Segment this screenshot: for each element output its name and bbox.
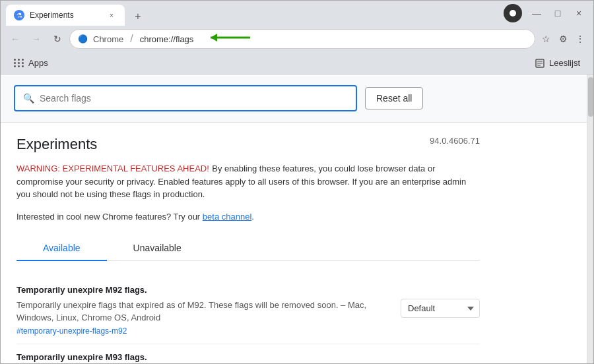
tab-available[interactable]: Available — [16, 236, 107, 261]
reset-all-button[interactable]: Reset all — [365, 87, 423, 109]
apps-button[interactable]: Apps — [9, 55, 53, 71]
tab-area: Experiments × + — [6, 1, 147, 26]
experiments-content: Experiments 94.0.4606.71 WARNING: EXPERI… — [1, 123, 496, 363]
tabs-bar: Available Unavailable — [16, 236, 480, 261]
record-button[interactable] — [504, 4, 522, 22]
record-dot — [510, 10, 516, 16]
flag-title-m93: Temporarily unexpire M93 flags. — [16, 352, 480, 362]
apps-grid-icon — [14, 59, 24, 67]
warning-box: WARNING: EXPERIMENTAL FEATURES AHEAD! By… — [16, 162, 480, 201]
page-content: 🔍 Reset all Experiments 94.0.4606.71 WAR… — [1, 75, 587, 363]
search-section: 🔍 Reset all — [1, 75, 587, 123]
lock-icon: 🔵 — [78, 34, 88, 44]
flag-item-m92: Temporarily unexpire M92 flags. Temporar… — [16, 277, 480, 344]
search-icon: 🔍 — [23, 93, 34, 104]
green-arrow-icon — [204, 31, 257, 44]
tab-close-button[interactable]: × — [106, 10, 117, 20]
new-tab-button[interactable]: + — [129, 7, 147, 26]
omnibox-url-label: chrome://flags — [140, 34, 194, 44]
scrollbar[interactable] — [587, 75, 593, 363]
beta-text: Interested in cool new Chrome features? … — [16, 210, 480, 224]
flag-description-m92: Temporarily unexpire flags that expired … — [16, 300, 366, 322]
flag-select-m92[interactable]: Default Enabled Disabled — [401, 299, 480, 318]
active-tab[interactable]: Experiments × — [6, 5, 125, 26]
bookmark-button[interactable]: ☆ — [538, 31, 554, 47]
leeslijst-icon — [535, 58, 545, 69]
reload-button[interactable]: ↻ — [48, 30, 67, 48]
omnibox[interactable]: 🔵 Chrome / chrome://flags — [69, 29, 535, 49]
apps-label: Apps — [28, 58, 48, 68]
back-button[interactable]: ← — [6, 30, 24, 48]
version-label: 94.0.4606.71 — [430, 136, 480, 146]
flag-desc-row-m92: Temporarily unexpire flags that expired … — [16, 299, 480, 336]
arrow-indicator — [204, 31, 257, 47]
address-bar: ← → ↻ 🔵 Chrome / chrome://flags ☆ ⚙ ⋮ — [1, 26, 593, 52]
omnibox-chrome-label: Chrome — [93, 34, 123, 44]
page-title: Experiments — [16, 136, 97, 153]
tab-unavailable[interactable]: Unavailable — [107, 236, 208, 261]
leeslijst-label: Leeslijst — [549, 58, 580, 68]
flag-title-m92: Temporarily unexpire M92 flags. — [16, 285, 480, 295]
beta-intro: Interested in cool new Chrome features? … — [16, 212, 203, 222]
title-bar: Experiments × + — □ × — [1, 1, 593, 26]
forward-button[interactable]: → — [27, 30, 46, 48]
menu-button[interactable]: ⋮ — [572, 31, 588, 47]
experiments-header: Experiments 94.0.4606.71 — [16, 136, 480, 153]
minimize-button[interactable]: — — [527, 4, 546, 22]
warning-prefix: WARNING: EXPERIMENTAL FEATURES AHEAD! — [16, 164, 209, 173]
beta-channel-link[interactable]: beta channel — [203, 212, 251, 222]
flag-select-wrap-m92: Default Enabled Disabled — [401, 299, 480, 318]
close-button[interactable]: × — [570, 4, 588, 22]
browser-content: 🔍 Reset all Experiments 94.0.4606.71 WAR… — [1, 75, 593, 363]
profile-button[interactable]: ⚙ — [555, 31, 571, 47]
scrollbar-thumb[interactable] — [588, 77, 593, 117]
tab-favicon — [14, 10, 24, 20]
browser-window: Experiments × + — □ × ← → ↻ 🔵 Chrome / c… — [0, 0, 594, 364]
beta-suffix: . — [251, 212, 254, 222]
maximize-button[interactable]: □ — [548, 4, 567, 22]
address-bar-icons: ☆ ⚙ ⋮ — [538, 31, 588, 47]
search-input-wrap[interactable]: 🔍 — [14, 85, 357, 111]
flag-desc-text-m92: Temporarily unexpire flags that expired … — [16, 299, 393, 336]
svg-marker-1 — [211, 34, 217, 42]
omnibox-separator: / — [130, 33, 133, 45]
bookmarks-bar: Apps Leeslijst — [1, 52, 593, 75]
window-controls: — □ × — [504, 4, 588, 22]
flag-link-m92[interactable]: #temporary-unexpire-flags-m92 — [16, 326, 393, 336]
search-input[interactable] — [40, 93, 348, 104]
tab-title: Experiments — [30, 11, 101, 20]
leeslijst-button[interactable]: Leeslijst — [529, 55, 585, 71]
flag-item-m93: Temporarily unexpire M93 flags. Temporar… — [16, 344, 480, 363]
